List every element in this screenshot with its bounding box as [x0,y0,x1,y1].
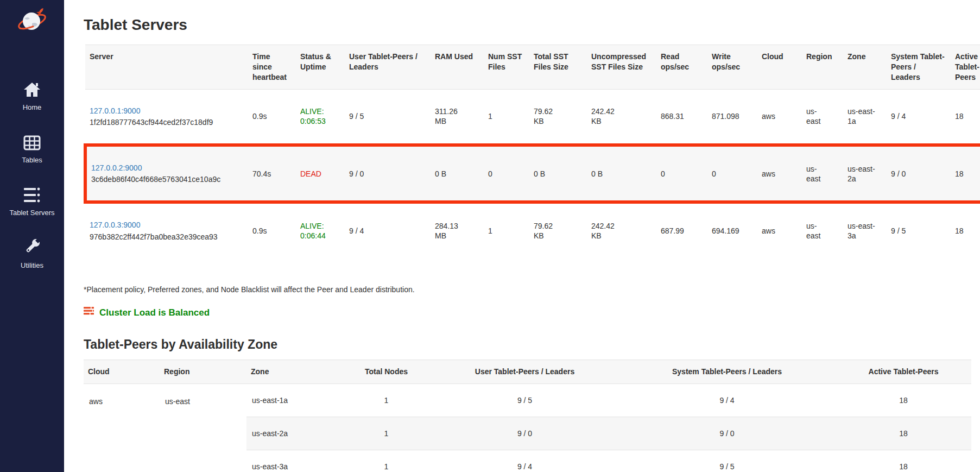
server-row-3: 127.0.0.3:9000 976b382c2ff442f7ba0bea32e… [85,202,980,257]
col-cloud: Cloud [84,360,160,383]
user-tp-cell: 9 / 5 [345,89,431,145]
ram-cell: 284.13 MB [431,202,484,257]
heartbeat-cell: 0.9s [248,89,296,145]
sidebar-item-label: Tables [22,156,42,164]
region-cell: us-east [802,89,843,145]
col-status: Status & Uptime [296,45,345,90]
col-uncompressed-sst: Uncompressed SST Files Size [587,45,656,90]
status-cell: ALIVE: 0:06:44 [296,202,345,257]
server-address-link[interactable]: 127.0.0.3:9000 [90,220,244,230]
num-sst-cell: 1 [484,89,529,145]
read-ops-cell: 0 [656,145,707,202]
region-cell: us-east [802,202,843,257]
col-server: Server [85,45,248,90]
sidebar-item-tablet-servers[interactable]: Tablet Servers [0,164,64,217]
col-cloud: Cloud [757,45,802,90]
col-num-sst: Num SST Files [484,45,529,90]
write-ops-cell: 871.098 [707,89,757,145]
ram-cell: 0 B [431,145,484,202]
status-cell: ALIVE: 0:06:53 [296,89,345,145]
zone-cell: us-east-2a [843,145,887,202]
zone-cell: us-east-1a [246,383,342,417]
sidebar-item-label: Home [23,103,42,111]
col-write-ops: Write ops/sec [707,45,757,90]
cloud-cell: aws [757,89,802,145]
system-tp-cell: 9 / 5 [887,202,951,257]
user-tp-cell: 9 / 4 [431,450,618,472]
num-sst-cell: 0 [484,145,529,202]
sidebar-item-tables[interactable]: Tables [0,111,64,164]
system-tp-cell: 9 / 0 [618,417,836,450]
status-label: ALIVE: [300,106,340,116]
write-ops-cell: 0 [707,145,757,202]
system-tp-cell: 9 / 4 [887,89,951,145]
total-sst-cell: 0 B [529,145,587,202]
zone-cell: us-east-1a [843,89,887,145]
zone-cell: us-east-3a [246,450,342,472]
sidebar-item-label: Tablet Servers [9,209,54,217]
uptime-value: 0:06:44 [300,231,340,241]
uncompressed-sst-cell: 242.42 KB [587,89,656,145]
cloud-cell: aws [757,145,802,202]
col-heartbeat: Time since heartbeat [248,45,296,90]
col-zone: Zone [246,360,342,383]
col-user-tp: User Tablet-Peers / Leaders [345,45,431,90]
zone-cell: us-east-3a [843,202,887,257]
col-region: Region [160,360,246,383]
col-read-ops: Read ops/sec [656,45,707,90]
active-tp-cell: 18 [836,383,971,417]
tablet-servers-icon [22,187,42,205]
placement-policy-footnote: *Placement policy, Preferred zones, and … [84,285,971,294]
zones-section-title: Tablet-Peers by Availability Zone [84,337,971,352]
zones-header-row: Cloud Region Zone Total Nodes User Table… [84,360,971,383]
status-cell: DEAD [296,145,345,202]
total-nodes-cell: 1 [342,383,431,417]
col-total-nodes: Total Nodes [342,360,431,383]
system-tp-cell: 9 / 5 [618,450,836,472]
sidebar: Home Tables [0,0,64,472]
total-nodes-cell: 1 [342,417,431,450]
server-address-link[interactable]: 127.0.0.1:9000 [90,106,244,116]
active-tp-cell: 18 [951,89,980,145]
total-nodes-cell: 1 [342,450,431,472]
active-tp-cell: 18 [836,417,971,450]
heartbeat-cell: 0.9s [248,202,296,257]
region-cell: us-east [160,383,246,472]
cluster-load-status: Cluster Load is Balanced [84,307,971,319]
server-uuid: 976b382c2ff442f7ba0bea32e39cea93 [90,232,244,242]
tablet-servers-table: Server Time since heartbeat Status & Upt… [84,45,980,258]
ram-cell: 311.26 MB [431,89,484,145]
user-tp-cell: 9 / 0 [345,145,431,202]
read-ops-cell: 687.99 [656,202,707,257]
cloud-cell: aws [757,202,802,257]
zone-cell: us-east-2a [246,417,342,450]
total-sst-cell: 79.62 KB [529,202,587,257]
uptime-value: 0:06:53 [300,116,340,126]
app-logo[interactable] [17,5,47,36]
active-tp-cell: 18 [836,450,971,472]
cloud-cell: aws [84,383,160,472]
active-tp-cell: 18 [951,145,980,202]
active-tp-cell: 18 [951,202,980,257]
col-user-tp: User Tablet-Peers / Leaders [431,360,618,383]
cluster-load-text: Cluster Load is Balanced [99,307,210,318]
col-active-tp: Active Tablet-Peers [836,360,971,383]
server-uuid: 3c6deb86f40c4f668e5763041ce10a9c [91,174,244,184]
user-tp-cell: 9 / 4 [345,202,431,257]
user-tp-cell: 9 / 5 [431,383,618,417]
user-tp-cell: 9 / 0 [431,417,618,450]
uncompressed-sst-cell: 242.42 KB [587,202,656,257]
server-address-link[interactable]: 127.0.0.2:9000 [91,163,244,173]
sidebar-item-home[interactable]: Home [0,59,64,111]
system-tp-cell: 9 / 4 [618,383,836,417]
cluster-load-icon [84,307,94,319]
zone-row-us-east-1a: aws us-east us-east-1a 1 9 / 5 9 / 4 18 [84,383,971,417]
page-title: Tablet Servers [84,16,971,34]
utilities-icon [23,237,41,257]
tables-icon [23,135,41,152]
sidebar-item-utilities[interactable]: Utilities [0,217,64,269]
sidebar-nav: Home Tables [0,59,64,269]
col-zone: Zone [843,45,887,90]
tablet-peers-by-zone-table: Cloud Region Zone Total Nodes User Table… [84,360,971,472]
num-sst-cell: 1 [484,202,529,257]
